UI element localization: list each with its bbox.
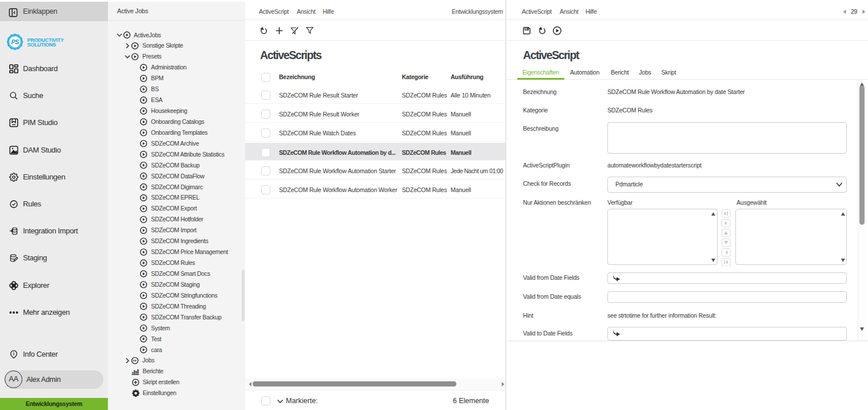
svg-text:PS: PS	[11, 38, 19, 45]
